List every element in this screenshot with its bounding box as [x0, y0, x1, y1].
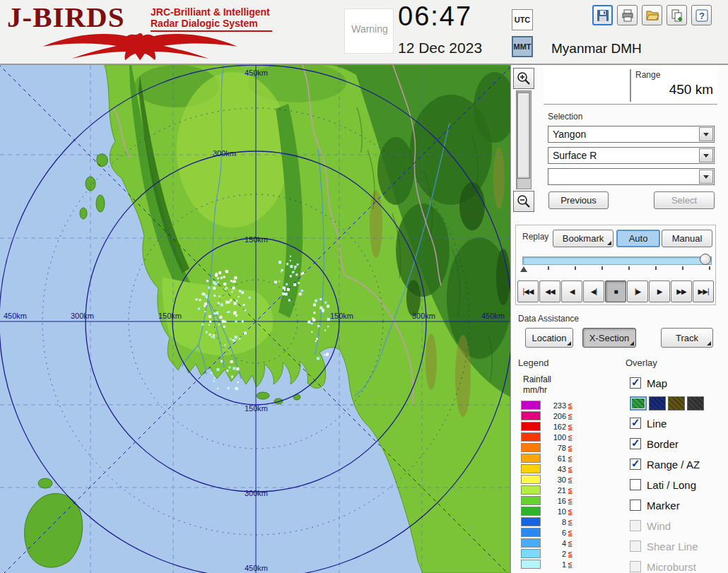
legend-row-8: 8≤ — [521, 516, 573, 527]
legend-row-100: 100≤ — [521, 432, 573, 442]
replay-label: Replay — [522, 232, 548, 242]
legend-value: 30 — [544, 475, 566, 484]
less-equal-icon: ≤ — [568, 560, 573, 568]
legend-row-206: 206≤ — [521, 410, 573, 421]
print-button[interactable] — [617, 5, 638, 25]
x-section-button[interactable]: X-Section — [582, 328, 636, 348]
playback-button-4[interactable]: ■ — [605, 280, 626, 302]
save-button[interactable] — [592, 5, 613, 25]
legend-value: 100 — [544, 433, 566, 442]
playback-button-1[interactable]: ◀◀ — [539, 280, 560, 302]
manual-button[interactable]: Manual — [662, 230, 712, 247]
zoom-slider[interactable] — [516, 90, 532, 189]
auto-button[interactable]: Auto — [616, 230, 660, 247]
previous-button[interactable]: Previous — [548, 191, 609, 209]
checkbox-map[interactable] — [630, 377, 641, 389]
zoom-in-button[interactable] — [513, 68, 534, 89]
mmt-button[interactable]: MMT — [512, 36, 533, 57]
save-icon — [596, 8, 610, 23]
product-dropdown-button[interactable] — [699, 148, 713, 163]
legend-row-233: 233≤ — [521, 400, 573, 410]
less-equal-icon: ≤ — [568, 454, 573, 462]
replay-timeline-slider[interactable] — [522, 256, 712, 265]
utc-button[interactable]: UTC — [512, 9, 533, 30]
overlay-item-lati-long: Lati / Long — [630, 478, 726, 492]
svg-text:450km: 450km — [481, 312, 505, 320]
checkbox-line[interactable] — [630, 418, 641, 429]
less-equal-icon: ≤ — [568, 486, 573, 494]
playback-button-0[interactable]: |◀◀ — [517, 280, 539, 302]
svg-text:450km: 450km — [245, 564, 268, 572]
help-button[interactable]: ? — [691, 5, 712, 25]
header-bar: J-BIRDS JRC-Brilliant & Intelligent Rada… — [0, 0, 728, 65]
map-color-swatch-0[interactable] — [630, 396, 647, 410]
legend-row-10: 10≤ — [521, 506, 573, 516]
range-display: Range 450 km — [544, 66, 717, 105]
playback-button-2[interactable]: ◀ — [561, 280, 582, 302]
legend-value: 4 — [544, 539, 566, 548]
chevron-down-icon — [703, 133, 709, 136]
checkbox-border[interactable] — [630, 438, 641, 449]
zoom-out-button[interactable] — [513, 191, 534, 212]
bookmark-button[interactable]: Bookmark — [553, 230, 613, 247]
legend-color-swatch — [521, 432, 541, 442]
legend-color-swatch — [521, 538, 541, 548]
map-color-swatch-2[interactable] — [668, 396, 685, 410]
legend-value: 21 — [544, 486, 566, 495]
eagle-logo-icon — [4, 31, 276, 61]
playback-button-3[interactable]: ◀| — [583, 280, 604, 302]
svg-text:150km: 150km — [245, 235, 268, 244]
less-equal-icon: ≤ — [568, 518, 573, 526]
station-name: Myanmar DMH — [551, 41, 642, 57]
map-color-swatch-1[interactable] — [649, 396, 666, 410]
help-icon: ? — [695, 8, 709, 23]
open-folder-button[interactable] — [642, 5, 662, 25]
playback-button-6[interactable]: ▶ — [649, 280, 670, 302]
copy-add-button[interactable] — [667, 5, 687, 25]
legend-color-swatch — [521, 464, 541, 473]
playback-button-5[interactable]: |▶ — [627, 280, 648, 302]
legend-row-6: 6≤ — [521, 527, 573, 538]
replay-slider-thumb[interactable] — [700, 254, 711, 265]
select-button[interactable]: Select — [654, 191, 715, 209]
zoom-in-icon — [516, 71, 532, 86]
checkbox-shear-line — [630, 540, 641, 552]
track-button[interactable]: Track — [661, 328, 713, 348]
less-equal-icon: ≤ — [568, 497, 573, 504]
option-dropdown-button[interactable] — [699, 170, 713, 184]
printer-icon — [621, 8, 635, 23]
playback-button-7[interactable]: ▶▶ — [671, 280, 692, 302]
zoom-slider-thumb[interactable] — [517, 93, 530, 179]
less-equal-icon: ≤ — [568, 433, 573, 441]
rainfall-legend: 233≤206≤162≤100≤78≤61≤43≤30≤21≤16≤10≤8≤6… — [521, 400, 573, 569]
overlay-item-label: Marker — [647, 500, 680, 512]
checkbox-lati-long[interactable] — [630, 479, 641, 490]
map-color-swatch-3[interactable] — [687, 396, 704, 410]
map-color-swatches — [630, 396, 726, 410]
radar-map[interactable]: 450km 300km 150km 450km 300km 150km 150k… — [0, 65, 510, 573]
less-equal-icon: ≤ — [568, 539, 573, 547]
legend-row-1: 1≤ — [521, 559, 573, 569]
checkbox-marker[interactable] — [630, 500, 641, 511]
clock-date: 12 Dec 2023 — [398, 40, 482, 57]
option-dropdown[interactable] — [548, 168, 715, 185]
location-button[interactable]: Location — [525, 328, 573, 348]
checkbox-range-az[interactable] — [630, 459, 641, 470]
legend-unit-line1: Rainfall — [523, 374, 551, 384]
legend-row-16: 16≤ — [521, 495, 573, 506]
legend-value: 162 — [544, 423, 566, 431]
copy-add-icon — [670, 8, 684, 23]
site-dropdown-button[interactable] — [699, 127, 713, 141]
overlay-item-label: Shear Line — [647, 540, 698, 553]
legend-color-swatch — [521, 496, 541, 505]
overlay-item-label: Lati / Long — [647, 479, 696, 491]
playback-button-8[interactable]: ▶▶| — [693, 280, 714, 302]
range-value: 450 km — [669, 82, 713, 98]
overlay-item-range-az: Range / AZ — [630, 457, 726, 471]
product-dropdown[interactable]: Surface R — [548, 147, 715, 164]
site-dropdown[interactable]: Yangon — [548, 126, 715, 143]
radar-map-area[interactable]: 450km 300km 150km 450km 300km 150km 150k… — [0, 65, 510, 573]
svg-text:?: ? — [699, 11, 705, 21]
svg-text:150km: 150km — [245, 404, 268, 413]
overlay-item-wind: Wind — [630, 519, 726, 533]
